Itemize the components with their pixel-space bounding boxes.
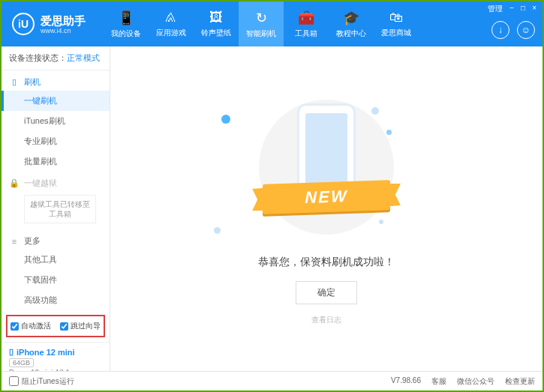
nav-icon: ↻ <box>256 10 267 26</box>
phone-icon: ▯ <box>9 77 20 87</box>
sidebar-item-more-0[interactable]: 其他工具 <box>2 250 110 270</box>
device-status: 设备连接状态：正常模式 <box>2 46 110 70</box>
footer: 阻止iTunes运行 V7.98.66 客服 微信公众号 检查更新 <box>2 371 542 391</box>
nav-item-3[interactable]: ↻智能刷机 <box>239 1 284 46</box>
device-name: ▯iPhone 12 mini <box>9 347 102 357</box>
nav-label: 工具箱 <box>295 28 317 39</box>
app-url: www.i4.cn <box>41 27 86 34</box>
sidebar-item-flash-1[interactable]: iTunes刷机 <box>2 111 110 131</box>
device-capacity: 64GB <box>9 358 34 367</box>
main-content: NEW 恭喜您，保资料刷机成功啦！ 确定 查看日志 <box>110 46 542 371</box>
device-icon: ▯ <box>9 347 14 357</box>
view-log-link[interactable]: 查看日志 <box>311 315 341 325</box>
menu-button[interactable]: 管理 <box>486 4 504 14</box>
nav-icon: ⩓ <box>164 10 178 25</box>
sidebar-item-flash-0[interactable]: 一键刷机 <box>2 91 110 111</box>
body: 设备连接状态：正常模式 ▯刷机 一键刷机iTunes刷机专业刷机批量刷机 🔒一键… <box>2 46 542 371</box>
nav-icon: 📱 <box>118 10 134 26</box>
auto-activate-checkbox[interactable]: 自动激活 <box>11 321 51 331</box>
nav-item-5[interactable]: 🎓教程中心 <box>329 1 374 46</box>
sidebar: 设备连接状态：正常模式 ▯刷机 一键刷机iTunes刷机专业刷机批量刷机 🔒一键… <box>2 46 110 371</box>
sidebar-item-more-1[interactable]: 下载固件 <box>2 270 110 290</box>
section-jailbreak-title: 一键越狱 <box>24 178 57 189</box>
nav-icon: 🎓 <box>343 10 359 26</box>
nav-label: 应用游戏 <box>156 28 186 38</box>
auto-activate-label: 自动激活 <box>21 321 51 331</box>
sidebar-item-flash-2[interactable]: 专业刷机 <box>2 131 110 151</box>
close-button[interactable]: × <box>530 4 538 14</box>
app-window: iU 爱思助手 www.i4.cn 📱我的设备⩓应用游戏🖼铃声壁纸↻智能刷机🧰工… <box>0 0 544 392</box>
main-nav: 📱我的设备⩓应用游戏🖼铃声壁纸↻智能刷机🧰工具箱🎓教程中心🛍爱思商城 <box>104 1 419 46</box>
nav-icon: 🛍 <box>389 10 403 25</box>
customer-service-link[interactable]: 客服 <box>431 376 446 387</box>
skip-guide-label: 跳过向导 <box>71 321 101 331</box>
sidebar-item-flash-3[interactable]: 批量刷机 <box>2 151 110 172</box>
status-label: 设备连接状态： <box>9 53 67 62</box>
nav-label: 铃声壁纸 <box>201 28 231 38</box>
header-right: ↓ ☺ <box>491 21 535 39</box>
version-label: V7.98.66 <box>391 376 421 387</box>
nav-icon: 🖼 <box>209 10 223 25</box>
nav-label: 智能刷机 <box>246 28 276 39</box>
section-more-title: 更多 <box>24 235 41 247</box>
nav-item-1[interactable]: ⩓应用游戏 <box>149 1 194 46</box>
nav-item-0[interactable]: 📱我的设备 <box>104 1 149 46</box>
window-controls: 管理 − □ × <box>486 4 538 14</box>
minimize-button[interactable]: − <box>508 4 515 14</box>
sidebar-item-more-2[interactable]: 高级功能 <box>2 290 110 310</box>
jailbreak-note: 越狱工具已转移至工具箱 <box>24 195 96 223</box>
logo-icon: iU <box>12 13 35 35</box>
section-flash-title: 刷机 <box>24 76 41 88</box>
status-value: 正常模式 <box>67 53 100 62</box>
nav-item-4[interactable]: 🧰工具箱 <box>284 1 329 46</box>
block-itunes-checkbox[interactable]: 阻止iTunes运行 <box>9 376 74 387</box>
section-jailbreak: 🔒一键越狱 <box>2 172 110 192</box>
nav-item-2[interactable]: 🖼铃声壁纸 <box>194 1 239 46</box>
options-box: 自动激活 跳过向导 <box>6 315 105 337</box>
skip-guide-checkbox[interactable]: 跳过向导 <box>60 321 101 331</box>
new-ribbon: NEW <box>263 180 390 214</box>
maximize-button[interactable]: □ <box>519 4 527 14</box>
device-info[interactable]: ▯iPhone 12 mini 64GB Down-12mini-13,1 <box>2 342 110 371</box>
user-button[interactable]: ☺ <box>517 21 535 39</box>
section-more[interactable]: ≡更多 <box>2 229 110 250</box>
success-message: 恭喜您，保资料刷机成功啦！ <box>258 256 395 269</box>
header: iU 爱思助手 www.i4.cn 📱我的设备⩓应用游戏🖼铃声壁纸↻智能刷机🧰工… <box>2 1 542 46</box>
nav-label: 我的设备 <box>111 28 141 39</box>
nav-item-6[interactable]: 🛍爱思商城 <box>374 1 419 46</box>
nav-label: 教程中心 <box>336 28 366 39</box>
nav-icon: 🧰 <box>298 10 314 26</box>
check-update-link[interactable]: 检查更新 <box>505 376 535 387</box>
nav-label: 爱思商城 <box>381 28 411 38</box>
success-illustration: NEW <box>251 92 401 242</box>
wechat-link[interactable]: 微信公众号 <box>457 376 494 387</box>
download-button[interactable]: ↓ <box>491 21 509 39</box>
section-flash[interactable]: ▯刷机 <box>2 70 110 91</box>
logo: iU 爱思助手 www.i4.cn <box>2 13 96 35</box>
confirm-button[interactable]: 确定 <box>296 281 357 304</box>
more-icon: ≡ <box>9 237 20 246</box>
lock-icon: 🔒 <box>9 178 20 188</box>
